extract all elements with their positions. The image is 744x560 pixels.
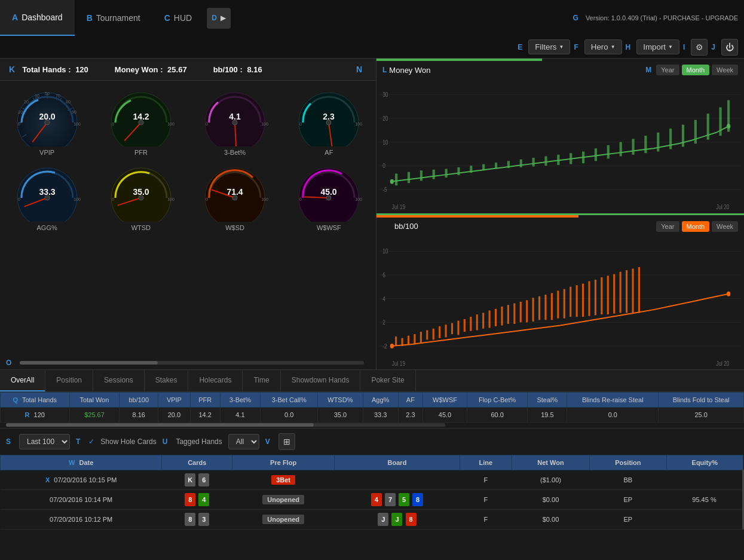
svg-rect-136	[532, 298, 534, 322]
bb100-year-btn[interactable]: Year	[656, 221, 679, 232]
gauge-3bet: 4.1 0 100 3-Bet%	[193, 87, 277, 156]
hand-row-1[interactable]: X 07/20/2016 10:15 PM K 6 3Bet F ($1.00)…	[1, 470, 743, 490]
power-label-j: J	[711, 43, 715, 51]
svg-text:10: 10	[18, 110, 23, 114]
money-year-btn[interactable]: Year	[656, 65, 679, 75]
svg-rect-117	[414, 334, 415, 344]
cell-pfr: 14.2	[190, 408, 220, 423]
tab-position[interactable]: Position	[45, 370, 93, 391]
show-hole-cards-check[interactable]: ✓	[88, 437, 94, 446]
svg-point-155	[390, 343, 394, 348]
filters-button[interactable]: Filters ▼	[528, 39, 570, 54]
col-pfr: PFR	[190, 393, 220, 408]
import-button[interactable]: Import ▼	[636, 39, 679, 54]
hand-net-1: ($1.00)	[512, 470, 589, 490]
svg-text:0: 0	[112, 197, 114, 201]
col-blinds-reraise: Blinds Re-raise Steal	[567, 393, 659, 408]
col-date: W Date	[1, 455, 162, 470]
tab-showdown-hands[interactable]: Showdown Hands	[281, 370, 361, 391]
svg-text:10: 10	[382, 247, 388, 255]
hand-position-1: BB	[590, 470, 666, 490]
show-hole-cards-label: Show Hole Cards	[100, 437, 156, 446]
hand-position-2: EP	[590, 490, 666, 510]
table-header-row: Q Total Hands Total Won bb/100 VPIP PFR …	[1, 393, 744, 408]
svg-rect-73	[408, 172, 410, 183]
svg-text:-5: -5	[382, 186, 387, 193]
scroll-label-o: O	[6, 359, 11, 367]
bb100-month-btn[interactable]: Month	[682, 221, 710, 232]
gauge-af: 2.3 0 100 AF	[287, 87, 371, 156]
card-6: 6	[198, 473, 209, 486]
tab-stakes[interactable]: Stakes	[145, 370, 189, 391]
svg-rect-86	[570, 153, 572, 164]
tab-hud[interactable]: C HUD	[152, 0, 204, 36]
svg-rect-95	[682, 125, 684, 147]
svg-point-101	[390, 179, 394, 184]
hand-equity-1	[666, 470, 743, 490]
money-week-btn[interactable]: Week	[712, 65, 738, 75]
settings-label-i: I	[683, 43, 685, 51]
hand-equity-3	[666, 510, 743, 530]
svg-rect-119	[426, 330, 428, 339]
board-card-4r: 4	[371, 493, 382, 506]
hand-preflop-1: 3Bet	[232, 470, 335, 490]
cell-total-won: $25.67	[69, 408, 120, 423]
gauge-agg: 33.3 0 100 AGG%	[5, 162, 89, 231]
hand-net-2: $0.00	[512, 490, 589, 510]
svg-text:33.3: 33.3	[39, 187, 55, 197]
bb100-week-btn[interactable]: Week	[712, 221, 738, 232]
tab-letter-b: B	[87, 13, 93, 23]
power-button[interactable]: ⏻	[721, 39, 738, 56]
svg-rect-77	[457, 167, 460, 175]
money-month-btn[interactable]: Month	[682, 65, 710, 75]
svg-text:10: 10	[382, 139, 388, 146]
svg-text:0: 0	[382, 162, 385, 169]
svg-rect-141	[564, 289, 565, 318]
hand-date-2: 07/20/2016 10:14 PM	[1, 490, 162, 510]
svg-rect-72	[395, 173, 397, 185]
svg-text:80: 80	[66, 100, 71, 104]
col-flop-cbet: Flop C-Bet%	[467, 393, 527, 408]
svg-text:Jul 19: Jul 19	[392, 359, 405, 366]
settings-button[interactable]: ⚙	[691, 39, 708, 56]
tab-play[interactable]: D ▶	[207, 8, 231, 29]
svg-text:0: 0	[18, 197, 20, 201]
svg-rect-115	[402, 338, 403, 345]
svg-text:30: 30	[382, 91, 388, 98]
tab-dashboard[interactable]: A Dashboard	[0, 0, 75, 36]
wsd-label: W$SD	[225, 224, 244, 231]
board-card-j1: J	[378, 513, 388, 526]
card-8-gray: 8	[185, 513, 195, 526]
calculator-button[interactable]: ⊞	[278, 433, 295, 450]
import-arrow-icon: ▼	[668, 44, 673, 50]
hero-button[interactable]: Hero ▼	[584, 39, 622, 54]
hands-label-t: T	[76, 437, 80, 446]
tab-holecards[interactable]: Holecards	[188, 370, 243, 391]
board-card-8b: 8	[412, 493, 423, 506]
tab-poker-site[interactable]: Poker Site	[360, 370, 415, 391]
last-hands-dropdown[interactable]: Last 100	[19, 434, 70, 449]
tab-sessions[interactable]: Sessions	[93, 370, 145, 391]
svg-rect-130	[495, 308, 497, 326]
cell-3bet-call: 0.0	[261, 408, 318, 423]
hand-row-2[interactable]: 07/20/2016 10:14 PM 8 4 Unopened 4 7 5 8	[1, 490, 743, 510]
tab-tournament[interactable]: B Tournament	[75, 0, 152, 36]
svg-rect-153	[638, 267, 640, 313]
col-total-hands: Q Total Hands	[1, 393, 70, 408]
svg-text:0: 0	[299, 197, 302, 201]
svg-text:100: 100	[74, 122, 81, 126]
svg-rect-84	[544, 156, 547, 166]
col-equity: Equity%	[666, 455, 743, 470]
svg-text:30: 30	[35, 94, 39, 98]
svg-text:20: 20	[24, 100, 29, 104]
svg-rect-152	[632, 268, 633, 313]
tab-overall[interactable]: OverAll	[0, 370, 45, 391]
tab-time[interactable]: Time	[243, 370, 280, 391]
tagged-hands-dropdown[interactable]: All	[228, 434, 259, 449]
card-k: K	[185, 473, 195, 486]
hand-row-3[interactable]: 07/20/2016 10:12 PM 8 3 Unopened J J 8 F…	[1, 510, 743, 530]
svg-text:0: 0	[299, 122, 302, 126]
svg-rect-133	[513, 303, 515, 323]
svg-text:0: 0	[112, 122, 114, 126]
svg-rect-90	[620, 142, 622, 157]
